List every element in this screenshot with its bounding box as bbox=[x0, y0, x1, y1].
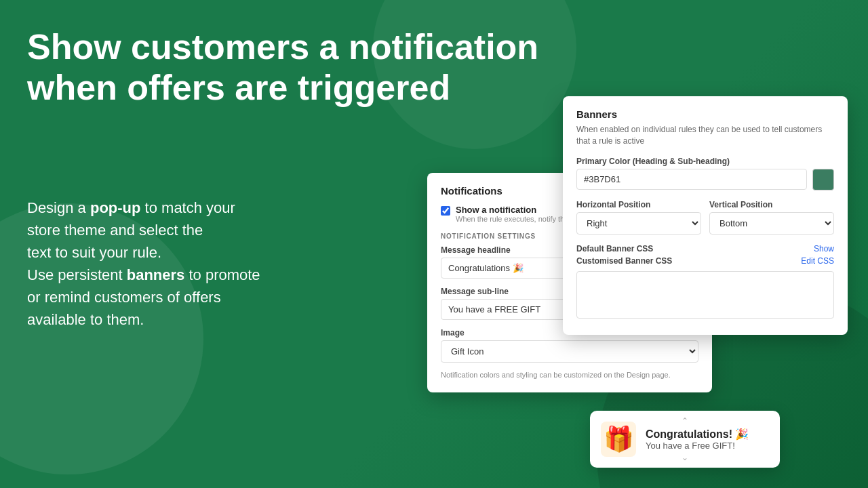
notifications-footer-note: Notification colors and styling can be c… bbox=[441, 371, 698, 379]
banners-panel-title: Banners bbox=[576, 108, 834, 120]
default-banner-css-label: Default Banner CSS bbox=[576, 244, 653, 253]
vertical-position-select[interactable]: Top Middle Bottom bbox=[709, 212, 834, 235]
banners-panel: Banners When enabled on individual rules… bbox=[563, 96, 848, 335]
customised-banner-css-label: Customised Banner CSS bbox=[576, 256, 672, 266]
gift-emoji: 🎁 bbox=[604, 425, 634, 453]
title-line2: when offers are triggered bbox=[27, 68, 450, 107]
color-swatch[interactable] bbox=[812, 169, 834, 190]
show-notification-sublabel: When the rule executes, notify the c... bbox=[456, 215, 580, 223]
show-css-link[interactable]: Show bbox=[814, 244, 834, 253]
image-select[interactable]: Gift Icon bbox=[441, 340, 698, 363]
primary-color-label: Primary Color (Heading & Sub-heading) bbox=[576, 157, 834, 166]
popup-text: Congratulations! 🎉 You have a Free GIFT! bbox=[646, 428, 749, 451]
popup-gift-icon: 🎁 bbox=[601, 422, 636, 457]
title-line1: Show customers a notification bbox=[27, 27, 538, 66]
popup-headline: Congratulations! 🎉 bbox=[646, 428, 749, 441]
body-text-1: Design a bbox=[27, 199, 90, 216]
vertical-position-col: Vertical Position Top Middle Bottom bbox=[709, 200, 834, 235]
notification-popup: ⌃ 🎁 Congratulations! 🎉 You have a Free G… bbox=[590, 411, 780, 468]
body-text-3: Use persistent bbox=[27, 266, 127, 283]
body-bold-banners: banners bbox=[127, 266, 185, 283]
vertical-position-label: Vertical Position bbox=[709, 200, 834, 209]
horizontal-position-col: Horizontal Position Left Center Right bbox=[576, 200, 701, 235]
hero-body: Design a pop-up to match yourstore theme… bbox=[27, 197, 260, 331]
body-bold-popup: pop-up bbox=[90, 199, 141, 216]
popup-chevron-up-icon: ⌃ bbox=[682, 416, 688, 426]
horizontal-position-select[interactable]: Left Center Right bbox=[576, 212, 701, 235]
horizontal-position-label: Horizontal Position bbox=[576, 200, 701, 209]
popup-chevron-down-icon: ⌄ bbox=[682, 453, 688, 462]
banners-panel-description: When enabled on individual rules they ca… bbox=[576, 124, 834, 147]
customised-css-textarea[interactable] bbox=[576, 271, 834, 319]
position-row: Horizontal Position Left Center Right Ve… bbox=[576, 200, 834, 235]
popup-subline: You have a Free GIFT! bbox=[646, 441, 749, 451]
hero-title: Show customers a notification when offer… bbox=[27, 27, 538, 108]
show-notification-checkbox[interactable] bbox=[441, 206, 450, 216]
show-notification-label: Show a notification bbox=[456, 205, 580, 215]
primary-color-input[interactable] bbox=[576, 169, 807, 190]
primary-color-row bbox=[576, 169, 834, 190]
customised-css-row: Customised Banner CSS Edit CSS bbox=[576, 256, 834, 266]
edit-css-link[interactable]: Edit CSS bbox=[801, 256, 834, 266]
default-css-row: Default Banner CSS Show bbox=[576, 244, 834, 253]
